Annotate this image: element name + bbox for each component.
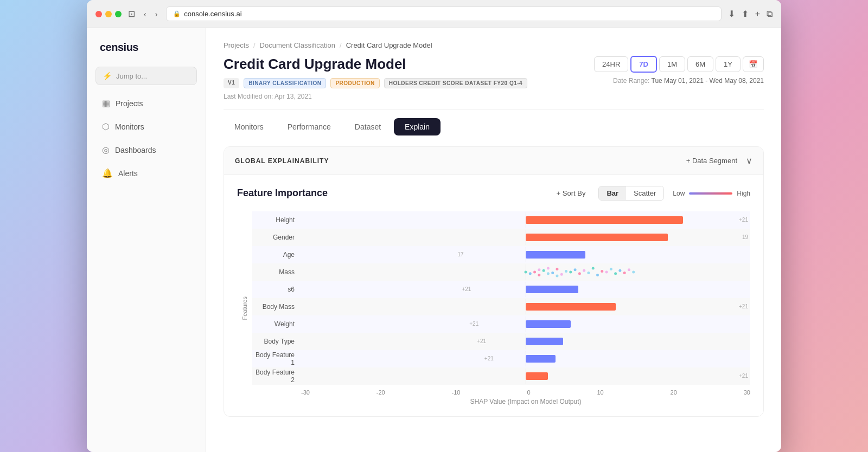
monitors-icon: ⬡ — [102, 121, 110, 132]
sort-button[interactable]: + Sort By — [552, 187, 590, 199]
bar-container: +21 — [301, 282, 750, 297]
chart-type-bar[interactable]: Bar — [599, 186, 626, 200]
svg-point-26 — [547, 267, 550, 270]
svg-point-10 — [578, 272, 581, 275]
sidebar-item-dashboards[interactable]: ◎ Dashboards — [95, 140, 197, 159]
feature-row: s6+21 — [252, 281, 750, 298]
svg-point-19 — [618, 269, 621, 272]
new-tab-button[interactable]: + — [755, 9, 760, 19]
svg-point-25 — [538, 274, 540, 276]
chart-type-buttons: Bar Scatter — [598, 186, 664, 201]
breadcrumb-sep-1: / — [253, 41, 256, 49]
breadcrumb: Projects / Document Classification / Cre… — [224, 41, 764, 49]
add-segment-button[interactable]: + Data Segment — [682, 154, 742, 167]
feature-row: Age17 — [252, 246, 750, 263]
sidebar-item-monitors[interactable]: ⬡ Monitors — [95, 117, 197, 136]
x-label-0: 0 — [527, 389, 530, 396]
bar-label-left: +21 — [462, 286, 471, 292]
feature-name: Gender — [252, 234, 301, 241]
feature-row: Gender19 — [252, 229, 750, 246]
time-btn-6m[interactable]: 6M — [687, 56, 713, 72]
address-bar[interactable]: 🔒 console.censius.ai — [166, 7, 721, 21]
bar-label-left: +21 — [477, 338, 486, 344]
svg-point-9 — [574, 268, 577, 271]
traffic-lights — [95, 11, 122, 17]
feature-bar — [526, 251, 585, 259]
x-label-10: 10 — [597, 389, 603, 396]
tab-performance[interactable]: Performance — [277, 118, 342, 135]
bar-label-left: +21 — [469, 321, 478, 327]
svg-point-11 — [583, 269, 585, 272]
tab-dataset[interactable]: Dataset — [344, 118, 392, 135]
fi-header: Feature Importance + Sort By Bar Scatter… — [237, 186, 750, 201]
jump-to-button[interactable]: ⚡ Jump to... — [95, 67, 197, 85]
color-scale: Low High — [673, 190, 750, 197]
date-range-label: Date Range: — [613, 77, 649, 85]
chart-content: Height+21Gender19Age17Masss6+21Body Mass… — [252, 211, 750, 405]
breadcrumb-current: Credit Card Upgrade Model — [346, 41, 432, 49]
feature-name: Body Mass — [252, 303, 301, 311]
bar-label-right: +21 — [739, 373, 748, 379]
breadcrumb-projects[interactable]: Projects — [224, 41, 249, 49]
bar-container: 17 — [301, 247, 750, 262]
sidebar-item-label: Monitors — [115, 122, 144, 131]
feature-name: Body Feature 1 — [252, 351, 301, 366]
page-header-left: Credit Card Upgrade Model V1 BINARY CLAS… — [224, 56, 527, 100]
bar-label-right: 19 — [742, 234, 748, 240]
scatter-svg — [301, 264, 750, 280]
sidebar-item-label: Dashboards — [115, 146, 156, 154]
last-modified: Last Modified on: Apr 13, 2021 — [224, 93, 527, 100]
tag-binary: BINARY CLASSIFICATION — [244, 78, 326, 88]
color-scale-bar — [689, 192, 732, 195]
main-content: Projects / Document Classification / Cre… — [206, 28, 781, 452]
bar-label-right: +21 — [739, 304, 748, 309]
sidebar-item-alerts[interactable]: 🔔 Alerts — [95, 164, 197, 183]
svg-point-4 — [551, 272, 554, 274]
sidebar-item-label: Alerts — [118, 169, 138, 178]
share-button[interactable]: ⬆ — [742, 9, 749, 19]
feature-bar — [526, 372, 548, 380]
tab-explain[interactable]: Explain — [394, 118, 441, 135]
fullscreen-button[interactable] — [115, 11, 122, 17]
time-btn-24hr[interactable]: 24HR — [594, 56, 628, 72]
tab-monitors[interactable]: Monitors — [224, 118, 275, 135]
sidebar-item-label: Projects — [116, 99, 143, 108]
x-axis-title: SHAP Value (Impact on Model Output) — [252, 398, 750, 405]
time-range-controls: 24HR 7D 1M 6M 1Y 📅 Date Range: Tue May 0… — [594, 56, 764, 85]
feature-rows: Height+21Gender19Age17Masss6+21Body Mass… — [252, 211, 750, 385]
close-button[interactable] — [95, 11, 102, 17]
explainability-header: GLOBAL EXPLAINABILITY + Data Segment ∨ — [224, 147, 763, 175]
feature-bar — [526, 286, 578, 293]
jump-to-label: Jump to... — [116, 72, 147, 80]
feature-bar — [526, 320, 571, 328]
browser-actions: ⬇ ⬆ + ⧉ — [728, 9, 773, 19]
feature-row: Body Feature 2+21 — [252, 367, 750, 385]
tabs-button[interactable]: ⧉ — [767, 9, 773, 19]
time-btn-1m[interactable]: 1M — [659, 56, 685, 72]
bar-label-left: +21 — [484, 356, 494, 361]
collapse-button[interactable]: ∨ — [746, 156, 752, 166]
sidebar-item-projects[interactable]: ▦ Projects — [95, 94, 197, 113]
feature-name: Body Type — [252, 338, 301, 345]
calendar-button[interactable]: 📅 — [743, 56, 764, 72]
bar-container: +21 — [301, 212, 750, 228]
date-range: Date Range: Tue May 01, 2021 - Wed May 0… — [613, 77, 764, 85]
download-button[interactable]: ⬇ — [728, 9, 735, 19]
breadcrumb-doc-class[interactable]: Document Classification — [260, 41, 335, 49]
time-btn-7d[interactable]: 7D — [630, 56, 657, 73]
x-label-20: 20 — [671, 389, 677, 396]
sidebar-toggle-button[interactable]: ⊡ — [128, 9, 135, 19]
time-btn-1y[interactable]: 1Y — [716, 56, 741, 72]
back-button[interactable]: ‹ — [142, 9, 149, 20]
feature-row: Body Mass+21 — [252, 298, 750, 315]
svg-point-22 — [632, 271, 635, 274]
bar-container: +21 — [301, 299, 750, 314]
fi-controls: + Sort By Bar Scatter Low High — [552, 186, 750, 201]
chart-type-scatter[interactable]: Scatter — [626, 186, 663, 200]
page-title: Credit Card Upgrade Model — [224, 56, 527, 73]
minimize-button[interactable] — [105, 11, 112, 17]
bar-container: 19 — [301, 230, 750, 245]
feature-name: Mass — [252, 268, 301, 276]
url-text: console.censius.ai — [184, 10, 241, 18]
forward-button[interactable]: › — [153, 9, 160, 20]
